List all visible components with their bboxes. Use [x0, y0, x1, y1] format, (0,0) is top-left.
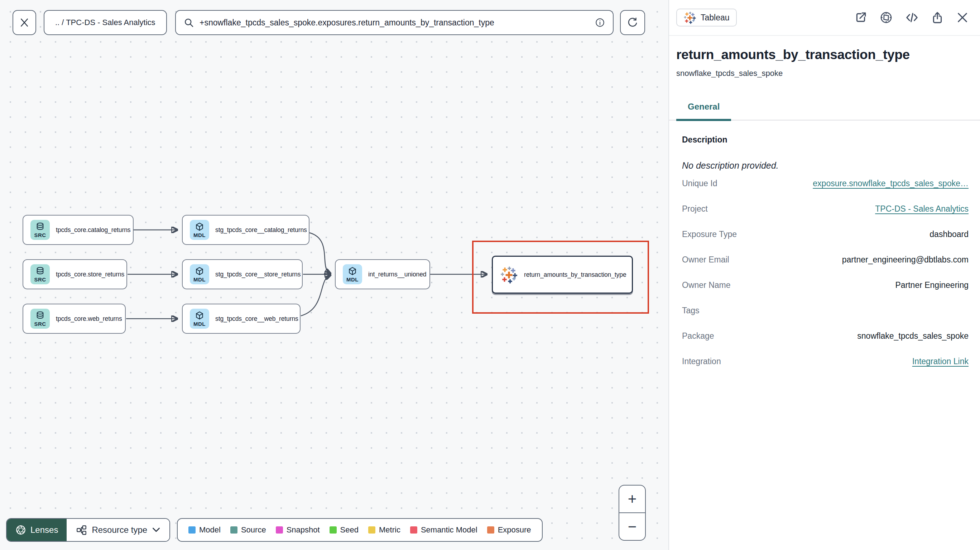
- lineage-node[interactable]: return_amounts_by_transaction_type: [492, 256, 633, 294]
- breadcrumb-label: .. / TPC-DS - Sales Analytics: [55, 18, 156, 27]
- property-value: TPC-DS - Sales Analytics: [875, 204, 969, 214]
- property-value: dashboard: [929, 229, 969, 239]
- badge-label: SRC: [34, 232, 46, 238]
- property-label: Project: [682, 204, 708, 214]
- resource-type-dropdown[interactable]: Resource type: [67, 519, 169, 541]
- panel-title-block: return_amounts_by_transaction_type snowf…: [669, 36, 980, 78]
- database-icon: [35, 222, 45, 232]
- lineage-canvas[interactable]: SRC tpcds_core.catalog_ret: [0, 0, 668, 550]
- lineage-node[interactable]: SRC tpcds_core.store_retur: [22, 259, 127, 289]
- legend-item: Seed: [329, 525, 358, 535]
- legend-label: Metric: [379, 525, 401, 535]
- search-input[interactable]: [199, 18, 589, 27]
- cube-icon: [195, 311, 204, 321]
- legend-item: Model: [188, 525, 221, 535]
- legend-label: Model: [199, 525, 221, 535]
- lineage-node[interactable]: SRC tpcds_core.catalog_ret: [22, 215, 134, 245]
- external-link-icon[interactable]: [854, 11, 867, 24]
- legend-swatch: [487, 526, 494, 534]
- close-lineage-button[interactable]: [13, 10, 36, 35]
- page-title: return_amounts_by_transaction_type: [676, 47, 967, 62]
- lenses-button[interactable]: Lenses: [7, 519, 67, 541]
- property-row: Unique Id exposure.snowflake_tpcds_sales…: [682, 179, 969, 204]
- badge-label: MDL: [193, 277, 205, 282]
- description-header: Description: [682, 135, 969, 145]
- panel-tabs: General: [669, 102, 980, 121]
- legend-item: Metric: [368, 525, 401, 535]
- property-row: Package snowflake_tpcds_sales_spoke: [682, 331, 969, 357]
- legend-label: Semantic Model: [421, 525, 477, 535]
- property-value: Partner Engineering: [895, 280, 969, 290]
- compass-icon[interactable]: [880, 11, 892, 24]
- legend-item: Semantic Model: [410, 525, 477, 535]
- legend-swatch: [410, 526, 417, 534]
- info-icon[interactable]: [595, 17, 605, 27]
- property-row: Owner Name Partner Engineering: [682, 280, 969, 306]
- refresh-icon: [627, 17, 638, 28]
- zoom-out-button[interactable]: −: [619, 513, 645, 540]
- legend-label: Snapshot: [286, 525, 320, 535]
- close-panel-icon[interactable]: [956, 11, 969, 24]
- badge-label: SRC: [34, 277, 46, 282]
- package-subtitle: snowflake_tpcds_sales_spoke: [676, 69, 967, 78]
- lineage-node[interactable]: MDL stg_tpcds_core__store_: [182, 259, 303, 289]
- details-panel-header: Tableau: [669, 0, 980, 36]
- node-label: tpcds_core.catalog_returns: [56, 226, 131, 234]
- legend-item: Snapshot: [276, 525, 320, 535]
- node-label: stg_tpcds_core__catalog_returns: [215, 226, 307, 234]
- lineage-node[interactable]: MDL stg_tpcds_core__web_re: [182, 304, 301, 334]
- integration-badge-label: Tableau: [701, 13, 730, 22]
- lenses-label: Lenses: [30, 525, 58, 535]
- cube-icon: [348, 266, 357, 277]
- property-value: snowflake_tpcds_sales_spoke: [857, 331, 969, 341]
- share-icon[interactable]: [931, 11, 943, 24]
- tab-general[interactable]: General: [676, 102, 731, 121]
- property-label: Tags: [682, 306, 700, 315]
- panel-body: Description No description provided. Uni…: [669, 121, 980, 382]
- tableau-icon: [683, 11, 696, 24]
- breadcrumb[interactable]: .. / TPC-DS - Sales Analytics: [44, 10, 167, 35]
- cube-icon: [195, 222, 204, 232]
- property-label: Owner Email: [682, 255, 729, 265]
- resource-type-badge: MDL: [190, 308, 209, 329]
- property-label: Integration: [682, 357, 721, 366]
- legend-swatch: [368, 526, 375, 534]
- node-label: tpcds_core.store_returns: [56, 271, 124, 278]
- lineage-search-bar: [175, 10, 614, 35]
- property-label: Exposure Type: [682, 229, 737, 239]
- lineage-node[interactable]: SRC tpcds_core.web_returns: [22, 304, 126, 334]
- legend-label: Source: [241, 525, 266, 535]
- database-icon: [35, 266, 45, 277]
- code-icon[interactable]: [905, 11, 918, 24]
- dbt-explorer-app: SRC tpcds_core.catalog_ret: [0, 0, 980, 550]
- resource-type-badge: SRC: [30, 308, 50, 329]
- node-label: return_amounts_by_transaction_type: [524, 271, 627, 278]
- panel-actions: [854, 11, 969, 24]
- legend-item: Exposure: [487, 525, 531, 535]
- property-value: exposure.snowflake_tpcds_sales_spoke…: [813, 179, 969, 188]
- database-icon: [35, 311, 45, 321]
- resource-legend: Model Source Snapshot Seed Metric Semant…: [177, 518, 542, 542]
- property-row: Exposure Type dashboard: [682, 229, 969, 255]
- badge-label: MDL: [193, 232, 205, 238]
- lineage-node[interactable]: MDL stg_tpcds_core__catalo: [182, 215, 309, 245]
- description-text: No description provided.: [682, 161, 969, 171]
- zoom-in-button[interactable]: +: [619, 486, 645, 513]
- property-row: Integration Integration Link: [682, 357, 969, 382]
- refresh-button[interactable]: [620, 10, 645, 35]
- legend-item: Source: [230, 525, 266, 535]
- property-value: Integration Link: [912, 357, 969, 366]
- legend-swatch: [276, 526, 283, 534]
- badge-label: MDL: [346, 277, 358, 282]
- search-icon: [184, 17, 194, 27]
- lineage-node[interactable]: MDL int_returns__unioned: [335, 259, 430, 289]
- resource-type-label: Resource type: [92, 525, 147, 535]
- property-label: Package: [682, 331, 714, 341]
- cube-icon: [195, 266, 204, 277]
- legend-label: Seed: [340, 525, 358, 535]
- resource-type-badge: MDL: [343, 264, 362, 284]
- legend-swatch: [329, 526, 337, 534]
- node-label: stg_tpcds_core__web_returns: [215, 315, 298, 323]
- node-label: tpcds_core.web_returns: [56, 315, 122, 323]
- resource-type-icon: [76, 525, 87, 535]
